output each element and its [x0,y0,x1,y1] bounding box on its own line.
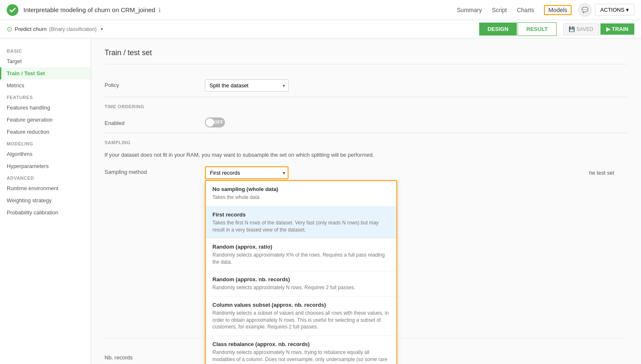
predict-icon: ⊙ [7,25,12,33]
dropdown-item-no-sampling-title: No sampling (whole data) [212,186,390,192]
dropdown-item-column-values-desc: Randomly selects a subset of values and … [212,310,390,331]
nav-script[interactable]: Script [492,5,507,15]
policy-select[interactable]: Split the dataset Cross-validation Expli… [205,79,289,92]
sub-header: ⊙ Predict churn (Binary classification) … [0,20,641,38]
dropdown-item-column-values-title: Column values subset (approx. nb. record… [212,302,390,308]
svg-point-0 [7,4,18,16]
enabled-row: Enabled OFF [105,112,628,133]
sidebar-item-train-test-set[interactable]: Train / Test Set [0,67,91,79]
design-button[interactable]: DESIGN [479,23,517,36]
predict-dropdown-arrow[interactable]: ▾ [101,27,103,31]
red-arrow-annotation [396,246,397,264]
dropdown-item-class-rebalance[interactable]: Class rebalance (approx. nb. records) Ra… [206,336,396,364]
sidebar-item-algorithms[interactable]: Algorithms [0,148,91,160]
app-logo [7,4,18,16]
dropdown-item-class-rebalance-desc: Randomly selects approximately N rows, t… [212,349,390,364]
dropdown-item-no-sampling[interactable]: No sampling (whole data) Takes the whole… [206,181,396,206]
nb-records-label: Nb. records [105,352,205,361]
sidebar-section-advanced: ADVANCED [0,172,91,182]
info-icon[interactable]: ℹ [158,7,161,13]
sidebar-section-features: FEATURES [0,92,91,102]
nav-charts[interactable]: Charts [517,5,534,15]
sampling-method-dropdown: First records ▾ No sampling (whole data)… [205,166,289,179]
sampling-method-select[interactable]: First records [205,166,289,179]
toggle-track[interactable]: OFF [205,117,225,127]
policy-label: Policy [105,79,205,88]
result-button[interactable]: RESULT [518,22,557,36]
enabled-toggle[interactable]: OFF [205,117,628,127]
dropdown-item-random-ratio[interactable]: Random (approx. ratio) Randomly selects … [206,239,396,271]
sampling-method-label: Sampling method [105,166,205,175]
dropdown-item-first-records-desc: Takes the first N rows of the dataset. V… [212,219,390,234]
sidebar: BASIC Target Train / Test Set Metrics FE… [0,38,91,364]
sidebar-item-features-handling[interactable]: Features handling [0,102,91,114]
sampling-method-row: Sampling method First records ▾ No sampl… [105,161,628,339]
sidebar-item-target[interactable]: Target [0,55,91,67]
sampling-dropdown-menu: No sampling (whole data) Takes the whole… [205,180,397,364]
predict-text: Predict churn [15,26,47,32]
sampling-info: If your dataset does not fit in your RAM… [105,148,628,161]
dropdown-item-first-records[interactable]: First records Takes the first N rows of … [206,206,396,239]
sidebar-item-feature-reduction[interactable]: Feature reduction [0,126,91,138]
dropdown-item-class-rebalance-title: Class rebalance (approx. nb. records) [212,341,390,347]
section-title: Train / test set [105,48,628,64]
saved-button[interactable]: 💾 SAVED [563,23,599,35]
policy-control: Split the dataset Cross-validation Expli… [205,79,628,92]
nav-summary[interactable]: Summary [457,5,482,15]
predict-type: (Binary classification) [49,26,97,32]
save-icon: 💾 [569,26,575,32]
top-header: Interpretable modeling of churn on CRM_j… [0,0,641,20]
time-ordering-section: TIME ORDERING [105,97,628,112]
sidebar-item-runtime-environment[interactable]: Runtime environment [0,182,91,194]
sidebar-item-feature-generation[interactable]: Feature generation [0,114,91,126]
dropdown-item-random-nb-desc: Randomly selects approximately N rows. R… [212,284,390,291]
sidebar-item-probability-calibration[interactable]: Probability calibration [0,206,91,219]
policy-select-wrap: Split the dataset Cross-validation Expli… [205,79,289,92]
policy-row: Policy Split the dataset Cross-validatio… [105,74,628,97]
toggle-thumb [206,118,214,127]
dropdown-item-no-sampling-desc: Takes the whole data [212,194,390,201]
actions-button[interactable]: ACTIONS ▾ [595,4,634,16]
nav-models[interactable]: Models [544,5,571,15]
sidebar-item-metrics[interactable]: Metrics [0,79,91,92]
sidebar-item-weighting-strategy[interactable]: Weighting strategy [0,194,91,206]
sidebar-section-modeling: MODELING [0,138,91,148]
dropdown-item-column-values[interactable]: Column values subset (approx. nb. record… [206,297,396,336]
enabled-label: Enabled [105,117,205,126]
dropdown-item-random-ratio-desc: Randomly selects approximately X% of the… [212,252,390,266]
sidebar-section-basic: BASIC [0,45,91,55]
project-title: Interpretable modeling of churn on CRM_j… [23,6,155,13]
main-content: Train / test set Policy Split the datase… [91,38,641,364]
dropdown-item-random-nb-title: Random (approx. nb. records) [212,276,390,283]
chat-button[interactable]: 💬 [578,3,592,17]
dropdown-item-random-nb[interactable]: Random (approx. nb. records) Randomly se… [206,271,396,297]
test-set-text: he test set [589,170,614,176]
sampling-section: SAMPLING [105,133,628,148]
header-nav: Summary Script Charts Models [457,5,572,15]
train-button[interactable]: ▶ TRAIN [600,23,634,35]
dropdown-item-random-ratio-title: Random (approx. ratio) [212,244,390,250]
sidebar-item-hyperparameters[interactable]: Hyperparameters [0,160,91,172]
predict-label: ⊙ Predict churn (Binary classification) … [7,25,103,33]
layout: BASIC Target Train / Test Set Metrics FE… [0,38,641,364]
toggle-label: OFF [214,120,223,125]
dropdown-item-first-records-title: First records [212,211,390,218]
